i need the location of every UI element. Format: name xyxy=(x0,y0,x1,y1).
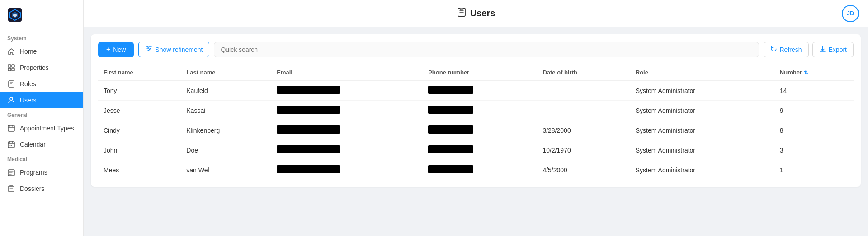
svg-rect-4 xyxy=(8,65,11,67)
svg-point-19 xyxy=(148,46,149,48)
sidebar-item-roles[interactable]: Roles xyxy=(0,76,83,92)
table-row[interactable]: TonyKaufeldSystem Administrator14 xyxy=(98,81,854,101)
sidebar-item-dossiers[interactable]: Dossiers xyxy=(0,180,83,197)
svg-point-21 xyxy=(149,50,150,51)
user-avatar[interactable]: JD xyxy=(842,5,859,22)
export-button[interactable]: Export xyxy=(812,42,854,57)
redacted-phone xyxy=(428,145,473,153)
calendar-icon xyxy=(7,140,15,148)
toolbar-right: Refresh Export xyxy=(764,42,854,57)
table-row[interactable]: Meesvan Wel4/5/2000System Administrator1 xyxy=(98,160,854,180)
sidebar-section-medical: Medical xyxy=(0,153,83,164)
redacted-value xyxy=(277,165,340,173)
redacted-value xyxy=(277,125,340,134)
refresh-icon xyxy=(770,46,777,54)
redacted-phone xyxy=(428,125,473,134)
redacted-phone xyxy=(428,165,473,173)
svg-point-13 xyxy=(10,145,11,146)
svg-rect-5 xyxy=(12,65,14,67)
col-dob: Date of birth xyxy=(537,65,630,81)
col-phone: Phone number xyxy=(423,65,537,81)
page-title-area: Users xyxy=(457,7,495,19)
sidebar-item-roles-label: Roles xyxy=(20,80,36,88)
sidebar-item-calendar-label: Calendar xyxy=(20,141,46,148)
sidebar-item-properties[interactable]: Properties xyxy=(0,60,83,76)
sidebar-item-appointment-types[interactable]: Appointment Types xyxy=(0,120,83,136)
sort-icon: ⇅ xyxy=(804,70,808,75)
plus-icon: + xyxy=(106,46,110,54)
svg-rect-6 xyxy=(8,68,11,71)
table-row[interactable]: JesseKassaiSystem Administrator9 xyxy=(98,101,854,120)
content-card: + New Show refinement xyxy=(91,34,861,187)
table-row[interactable]: JohnDoe10/2/1970System Administrator3 xyxy=(98,140,854,160)
sidebar-item-dossiers-label: Dossiers xyxy=(20,185,44,192)
properties-icon xyxy=(7,64,15,72)
redacted-value xyxy=(277,106,340,114)
content-area: + New Show refinement xyxy=(84,27,868,236)
export-button-label: Export xyxy=(829,46,847,53)
redacted-value xyxy=(277,145,340,153)
users-icon xyxy=(7,96,15,104)
page-title-icon xyxy=(457,7,467,19)
svg-point-20 xyxy=(149,48,151,50)
new-button[interactable]: + New xyxy=(98,42,134,57)
redacted-value xyxy=(277,86,340,94)
export-icon xyxy=(819,46,826,54)
table-header-row: First name Last name Email Phone number … xyxy=(98,65,854,81)
home-icon xyxy=(7,47,15,56)
app-logo-icon xyxy=(7,7,23,23)
col-role: Role xyxy=(630,65,774,81)
programs-icon xyxy=(7,168,15,176)
sidebar-section-system: System xyxy=(0,32,83,43)
col-last-name: Last name xyxy=(181,65,271,81)
svg-rect-7 xyxy=(12,68,14,71)
sidebar-item-programs-label: Programs xyxy=(20,169,47,176)
top-header: Users JD xyxy=(84,0,868,27)
svg-rect-11 xyxy=(8,125,14,131)
sidebar-item-calendar[interactable]: Calendar xyxy=(0,136,83,153)
refresh-button-label: Refresh xyxy=(780,46,802,53)
svg-rect-18 xyxy=(460,8,463,9)
sidebar-item-appointment-types-label: Appointment Types xyxy=(20,125,74,132)
redacted-phone xyxy=(428,86,473,94)
table-row[interactable]: CindyKlinkenberg3/28/2000System Administ… xyxy=(98,120,854,140)
users-table: First name Last name Email Phone number … xyxy=(98,65,854,180)
refresh-button[interactable]: Refresh xyxy=(764,42,809,57)
roles-icon xyxy=(7,80,15,88)
main-content: Users JD + New xyxy=(84,0,868,236)
new-button-label: New xyxy=(113,46,126,53)
show-refinement-button[interactable]: Show refinement xyxy=(138,42,209,57)
sidebar-item-home[interactable]: Home xyxy=(0,43,83,60)
dossiers-icon xyxy=(7,185,15,193)
svg-rect-12 xyxy=(8,142,14,148)
sidebar-section-general: General xyxy=(0,108,83,120)
show-refinement-label: Show refinement xyxy=(155,46,203,53)
avatar-initials: JD xyxy=(847,10,854,17)
sidebar-item-home-label: Home xyxy=(20,48,37,55)
appointment-types-icon xyxy=(7,124,15,132)
toolbar: + New Show refinement xyxy=(98,42,854,57)
sidebar: System Home Properties Rol xyxy=(0,0,84,236)
sidebar-logo xyxy=(0,7,83,32)
svg-point-14 xyxy=(11,145,12,146)
col-email: Email xyxy=(271,65,423,81)
sidebar-item-programs[interactable]: Programs xyxy=(0,164,83,180)
sidebar-item-users-label: Users xyxy=(20,97,37,104)
sidebar-item-users[interactable]: Users xyxy=(0,92,83,108)
svg-point-10 xyxy=(10,97,13,100)
page-title: Users xyxy=(470,8,495,19)
refinement-icon xyxy=(145,45,152,54)
col-number[interactable]: Number ⇅ xyxy=(774,65,854,81)
col-first-name: First name xyxy=(98,65,181,81)
sidebar-item-properties-label: Properties xyxy=(20,64,49,71)
redacted-phone xyxy=(428,106,473,114)
search-input[interactable] xyxy=(214,42,759,57)
